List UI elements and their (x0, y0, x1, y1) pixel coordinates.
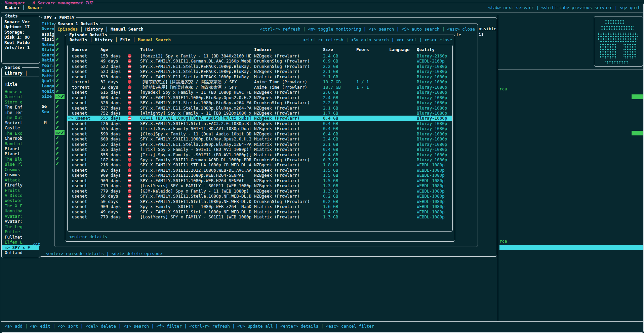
series-list-item[interactable]: Planet (5, 146, 20, 151)
release-row[interactable]: usenet608 daysSPY.x.FAMILY.S01E11.1080p.… (67, 136, 452, 141)
series-list-item[interactable]: Blue Pl (5, 162, 23, 167)
release-row[interactable]: usenet909 daysSPY.x.FAMILY.S01E11.1080p.… (67, 173, 452, 178)
series-help-fragment: <ct (33, 242, 40, 247)
release-row[interactable]: usenet752 days[Almighty] Spy x Family - … (67, 111, 452, 116)
release-row[interactable]: usenet909 daysSpy x Family - S01E11 - 10… (67, 204, 452, 209)
release-indexer: NZBgeek (Prowlarr) (254, 183, 299, 188)
release-row[interactable]: usenet49 daysSPY x FAMILY S01E11 Stella … (67, 209, 452, 214)
series-list-item[interactable]: Hanniba (5, 208, 23, 213)
series-list-item[interactable]: Band of (5, 141, 23, 146)
release-row[interactable]: usenet50 daysSPY.x.FAMILY.S01E11.Stella.… (67, 199, 452, 204)
bg-text-fragment: le (456, 32, 461, 37)
series-list-item[interactable]: A Disco (5, 193, 23, 198)
series-list-item[interactable]: The Out (5, 115, 23, 120)
release-row[interactable]: usenet555 days[Trix].Spy.x.Family-S01E11… (67, 126, 452, 131)
release-title: SPY.X.FAMILY.S01E11.Stella.EAC3.2.0.1080… (140, 121, 251, 126)
tab-radarr[interactable]: Radarr (5, 5, 20, 10)
series-list-item[interactable]: Storm o (5, 99, 23, 105)
release-row[interactable]: usenet50 daysSPY.x.FAMILY.S01E11.Stella.… (67, 194, 452, 199)
season-tab-manual-search[interactable]: Manual Search (111, 27, 144, 32)
release-row[interactable]: usenet527 daysSPY.x.FAMILY.E11.Stella.10… (67, 142, 452, 147)
release-row[interactable]: usenet216 daysSPY.X.FAMILY.S01E11.STELLA… (67, 162, 452, 167)
release-row[interactable]: torrent32 days【喵萌奶茶屋】[間諜過家家 / 間諜家家酒 / SP… (67, 79, 452, 84)
series-list-item[interactable]: Avatar: (5, 214, 23, 219)
episode-tab-details[interactable]: Details (70, 37, 87, 42)
series-list-item[interactable]: The Ter (5, 110, 23, 115)
series-list-item[interactable]: Attack (5, 177, 20, 182)
release-source: usenet (72, 173, 87, 178)
release-size: 1.3 GB (323, 214, 338, 219)
episode-tab-history[interactable]: History (95, 37, 113, 42)
series-list-item[interactable]: Planet (5, 151, 20, 156)
series-list-item[interactable]: Chernob (5, 136, 23, 141)
series-list-item[interactable]: Game of (5, 94, 23, 99)
season-tab-episodes[interactable]: Episodes (57, 27, 78, 32)
release-row[interactable]: usenet779 days[LostYears] SPY x FAMILY -… (67, 183, 452, 188)
bottom-help: <a> add | <e> edit | <o> sort | <del> de… (5, 324, 374, 329)
release-indexer: Miatrix (Prowlarr) (254, 136, 299, 141)
release-row[interactable]: usenet527 daysSPY.x.FAMILY.E11.Stella.10… (67, 106, 452, 111)
series-list-item[interactable]: Westwor (5, 198, 23, 203)
release-row[interactable]: usenet526 daysSPY.x.FAMILY.E11.Stella.10… (67, 100, 452, 105)
release-title: SPY.x.FAMILY.E11.Stella.1080p.BluRay.x26… (140, 100, 251, 105)
series-list-item[interactable]: Moriart (5, 120, 23, 125)
tab-sonarr[interactable]: Sonarr (28, 5, 43, 10)
release-row[interactable]: usenet153 days[Moozzi2] Spy x Family - 1… (67, 53, 452, 58)
series-list-item[interactable]: Fullmet (5, 235, 23, 240)
series-list-item[interactable]: Fullmet (5, 229, 23, 234)
release-row[interactable]: usenet615 days[nyadex] Spy x Family - 11… (67, 90, 452, 95)
tab-library[interactable]: Library │ (5, 71, 28, 76)
table-column-header-language[interactable]: Language (389, 47, 409, 52)
series-list-item[interactable]: Fruits (5, 188, 20, 193)
series-list-item[interactable]: The Exo (5, 131, 23, 136)
series-list-item[interactable]: The Leg (5, 224, 23, 229)
series-list-item[interactable]: Cosmos (5, 167, 20, 172)
release-title: Spy.x.Family.S01E11.German.AC3D.DL.1080p… (140, 157, 251, 162)
release-row[interactable]: usenet49 daysSPY.x.FAMILY.S01E11.German.… (67, 58, 452, 64)
release-row[interactable]: torrent32 days【喵萌奶茶屋】[间谍过家家 / 间谍家家酒 / SP… (67, 85, 452, 90)
table-column-header-title[interactable]: Title (140, 47, 153, 52)
release-indexer: NZBgeek (Prowlarr) (254, 126, 299, 131)
series-list-item[interactable]: Elfen L (5, 240, 23, 245)
table-column-header-size[interactable]: Size (323, 47, 333, 52)
release-row[interactable]: usenet523 daysSPY.x.FAMILY.E11.Stella.RE… (67, 74, 452, 79)
episode-tab-file[interactable]: File (120, 37, 130, 42)
release-source: usenet (72, 58, 87, 64)
release-row[interactable]: usenet608 daysSPY.x.FAMILY.S01E11.1080p.… (67, 95, 452, 100)
release-row[interactable]: usenet555 days[Trix].Spy.x.Family.-.S01E… (67, 152, 452, 157)
release-row[interactable]: usenet779 days[LostYears] SPY x FAMILY -… (67, 214, 452, 219)
series-list-item[interactable]: The X-F (5, 203, 23, 208)
release-quality: Bluray-1080p (417, 152, 447, 157)
series-list-item[interactable]: House o (5, 89, 23, 94)
table-column-header-source[interactable]: Source (72, 47, 87, 52)
series-list-item[interactable]: Avatar: (5, 219, 23, 224)
release-row[interactable]: usenet909 daysSPY.x.FAMILY.S01E11.1080p.… (67, 178, 452, 183)
series-list-item[interactable]: Castle (5, 125, 20, 130)
series-list-item[interactable]: The Blu (5, 157, 23, 162)
episode-tab-manual-search[interactable]: Manual Search (138, 37, 171, 42)
table-column-header-age[interactable]: Age (100, 47, 108, 52)
season-tab-history[interactable]: History (85, 27, 103, 32)
release-row[interactable]: usenet887 daysSPY.x.FAMILY.S01E11.2022.1… (67, 168, 452, 173)
series-list-item[interactable]: Cosmos (5, 172, 20, 177)
release-size: 1.5 GB (323, 178, 338, 183)
release-row[interactable]: usenet779 days[GJM-Kaleido] Spy x Family… (67, 189, 452, 194)
release-age: 555 days (100, 116, 121, 121)
series-list-item[interactable]: Firefly (5, 182, 23, 188)
release-row-selected[interactable]: =>usenet555 days01E11 (BD AV1 1080p)[Dua… (67, 116, 452, 121)
table-column-header-indexer[interactable]: Indexer (254, 47, 272, 52)
series-list-item[interactable]: The Enf (5, 105, 23, 110)
release-row[interactable]: usenet187 daysSpy.x.Family.S01E11.German… (67, 157, 452, 162)
release-age: 522 days (100, 64, 121, 69)
series-list-item[interactable]: Outland (5, 250, 23, 255)
release-indexer: NZBgeek (Prowlarr) (254, 116, 299, 121)
release-row[interactable]: usenet522 daysSPY.x.FAMILY.E11.Stella.RE… (67, 64, 452, 69)
release-row[interactable]: usenet555 days[Trix] Spy x Family - S01E… (67, 147, 452, 152)
table-column-header-quality[interactable]: Quality (417, 47, 435, 52)
release-indexer: NZBgeek (Prowlarr) (254, 168, 299, 173)
release-indexer: NZBgeek (Prowlarr) (254, 95, 299, 100)
release-row[interactable]: usenet126 daysSPY.X.FAMILY.S01E11.Stella… (67, 121, 452, 126)
release-row[interactable]: usenet523 daysSPY.x.FAMILY.E11.Stella.RE… (67, 69, 452, 74)
release-row[interactable]: usenet590 days[Cleo]Spy x Family - 11 (D… (67, 131, 452, 136)
table-column-header-peers[interactable]: Peers (356, 47, 369, 52)
